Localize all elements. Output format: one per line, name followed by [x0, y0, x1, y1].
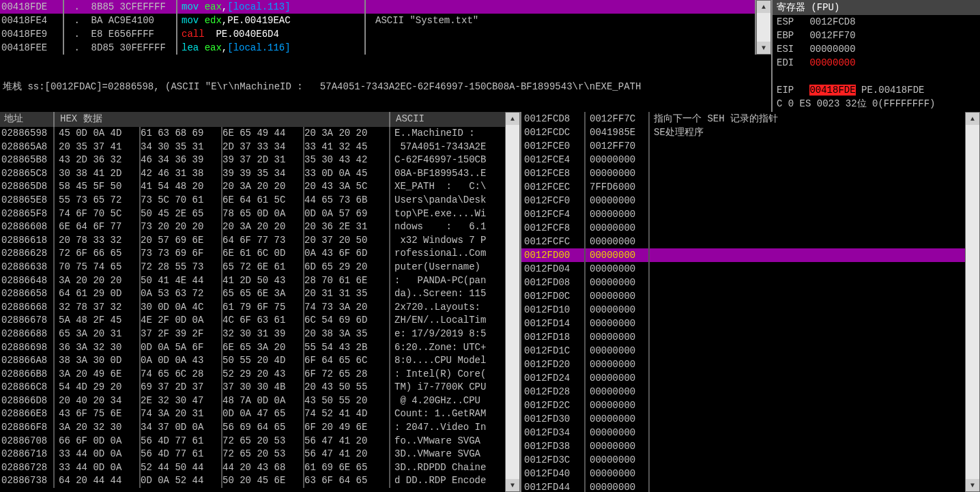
hex-row[interactable]: 028866E843 6F 75 6E 74 3A 20 31 0D 0A 47… — [0, 407, 520, 421]
stack-value: 0041985E — [586, 126, 650, 139]
stack-comment — [650, 276, 980, 289]
scroll-track[interactable] — [506, 125, 519, 479]
hex-row[interactable]: 0288663870 75 74 65 72 28 55 73 65 72 6E… — [0, 261, 520, 274]
stack-row[interactable]: 0012FCEC7FFD6000 — [521, 180, 980, 194]
scroll-up-icon[interactable]: ▲ — [757, 1, 770, 13]
hex-row[interactable]: 028865D858 45 5F 50 41 54 48 20 20 3A 20… — [0, 180, 520, 194]
scroll-track[interactable] — [757, 13, 770, 42]
hex-row[interactable]: 0288661820 78 33 32 20 57 69 6E 64 6F 77… — [0, 234, 520, 248]
hex-dump-pane[interactable]: 地址 HEX 数据 ASCII 0288659845 0D 0A 4D 61 6… — [0, 112, 520, 492]
stack-comment — [650, 153, 980, 167]
scroll-track[interactable] — [966, 125, 979, 479]
stack-row[interactable]: 0012FD1000000000 — [521, 303, 980, 317]
stack-row[interactable]: 0012FD0000000000 — [521, 248, 980, 262]
hex-row[interactable]: 028866483A 20 20 20 50 41 4E 44 41 2D 50… — [0, 274, 520, 288]
stack-row[interactable]: 0012FCF400000000 — [521, 207, 980, 221]
scroll-down-icon[interactable]: ▼ — [966, 479, 979, 491]
stack-row[interactable]: 0012FD3400000000 — [521, 426, 980, 439]
hex-row[interactable]: 028866A838 3A 30 0D 0A 0D 0A 43 50 55 20… — [0, 354, 520, 368]
stack-row[interactable]: 0012FD4000000000 — [521, 467, 980, 480]
hex-row[interactable]: 028865B843 2D 36 32 46 34 36 39 39 37 2D… — [0, 154, 520, 167]
register-line[interactable] — [773, 70, 980, 83]
hex-row[interactable]: 028866C854 4D 29 20 69 37 2D 37 37 30 30… — [0, 381, 520, 394]
hex-scrollbar[interactable]: ▲ ▼ — [505, 112, 520, 492]
disasm-row[interactable]: 00418FE9 . E8 E656FFFFcall PE.0040E6D4 — [0, 27, 755, 41]
register-line[interactable]: EIP 00418FDE PE.00418FDE — [773, 83, 980, 97]
stack-row[interactable]: 0012FD3800000000 — [521, 439, 980, 453]
stack-row[interactable]: 0012FD2400000000 — [521, 371, 980, 385]
disassembly-pane[interactable]: 00418FDE . 8B85 3CFEFFFFmov eax,[local.1… — [0, 0, 756, 55]
stack-row[interactable]: 0012FD1400000000 — [521, 317, 980, 330]
hex-row[interactable]: 0288672833 44 0D 0A 52 44 50 44 44 20 43… — [0, 461, 520, 475]
hex-row[interactable]: 0288662872 6F 66 65 73 73 69 6F 6E 61 6C… — [0, 247, 520, 261]
hex-row[interactable]: 028865A820 35 37 41 34 30 35 31 2D 37 33… — [0, 141, 520, 154]
stack-row[interactable]: 0012FD1800000000 — [521, 330, 980, 344]
stack-row[interactable]: 0012FCFC00000000 — [521, 235, 980, 248]
disasm-instruction: lea eax,[local.116] — [177, 41, 366, 55]
scroll-up-icon[interactable]: ▲ — [966, 113, 979, 125]
scroll-down-icon[interactable]: ▼ — [757, 42, 770, 54]
stack-value: 7FFD6000 — [586, 180, 650, 194]
stack-row[interactable]: 0012FD0800000000 — [521, 276, 980, 289]
hex-ascii: e: 17/9/2019 8:5 — [390, 328, 520, 341]
register-line[interactable]: EDI 00000000 — [773, 56, 980, 70]
hex-row[interactable]: 028866086E 64 6F 77 73 20 20 20 20 3A 20… — [0, 220, 520, 234]
stack-address: 0012FD04 — [521, 262, 586, 276]
stack-row[interactable]: 0012FD4400000000 — [521, 480, 980, 492]
stack-comment — [650, 330, 980, 344]
hex-bytes: 38 3A 30 0D 0A 0D 0A 43 50 55 20 4D 6F 6… — [55, 354, 390, 368]
stack-address: 0012FD18 — [521, 330, 586, 344]
hex-address: 028866D8 — [0, 394, 55, 408]
stack-row[interactable]: 0012FCF800000000 — [521, 221, 980, 235]
hex-bytes: 43 6F 75 6E 74 3A 20 31 0D 0A 47 65 74 5… — [55, 407, 390, 421]
stack-row[interactable]: 0012FD3000000000 — [521, 412, 980, 426]
hex-row[interactable]: 028866785A 48 2F 45 4E 2F 0D 0A 4C 6F 63… — [0, 314, 520, 328]
register-line[interactable]: ESP 0012FCD8 — [773, 15, 980, 29]
stack-row[interactable]: 0012FD3C00000000 — [521, 453, 980, 467]
stack-row[interactable]: 0012FCD80012FF7C指向下一个 SEH 记录的指针 — [521, 112, 980, 126]
disasm-row[interactable]: 00418FE4 . BA AC9E4100mov edx,PE.00419EA… — [0, 14, 755, 27]
stack-row[interactable]: 0012FD0C00000000 — [521, 289, 980, 303]
hex-row[interactable]: 028865C830 38 41 2D 42 46 31 38 39 39 35… — [0, 167, 520, 181]
stack-scrollbar[interactable]: ▲ ▼ — [965, 112, 980, 492]
stack-row[interactable]: 0012FD1C00000000 — [521, 344, 980, 358]
stack-value: 00000000 — [586, 371, 650, 385]
hex-row[interactable]: 0288666832 78 37 32 30 0D 0A 4C 61 79 6F… — [0, 301, 520, 315]
stack-row[interactable]: 0012FD0400000000 — [521, 262, 980, 276]
hex-row[interactable]: 028866F83A 20 32 30 34 37 0D 0A 56 69 64… — [0, 421, 520, 435]
stack-row[interactable]: 0012FCF000000000 — [521, 194, 980, 207]
stack-row[interactable]: 0012FD2000000000 — [521, 358, 980, 371]
hex-address: 02886708 — [0, 435, 55, 448]
hex-row[interactable]: 0288659845 0D 0A 4D 61 63 68 69 6E 65 49… — [0, 127, 520, 141]
hex-row[interactable]: 0288670866 6F 0D 0A 56 4D 77 61 72 65 20… — [0, 435, 520, 448]
hex-row[interactable]: 028865F874 6F 70 5C 50 45 2E 65 78 65 0D… — [0, 207, 520, 221]
hex-ascii: ndows : 6.1 — [390, 220, 520, 234]
stack-row[interactable]: 0012FCE00012FF70 — [521, 139, 980, 153]
scroll-up-icon[interactable]: ▲ — [506, 113, 519, 125]
scroll-down-icon[interactable]: ▼ — [506, 479, 519, 491]
disasm-row[interactable]: 00418FDE . 8B85 3CFEFFFFmov eax,[local.1… — [0, 0, 755, 14]
stack-pane[interactable]: 0012FCD80012FF7C指向下一个 SEH 记录的指针0012FCDC0… — [520, 112, 980, 492]
stack-row[interactable]: 0012FD2C00000000 — [521, 399, 980, 412]
register-line[interactable]: EBP 0012FF70 — [773, 29, 980, 42]
disasm-scrollbar[interactable]: ▲ ▼ — [756, 0, 771, 55]
hex-row[interactable]: 0288669836 3A 32 30 0D 0A 5A 6F 6E 65 3A… — [0, 341, 520, 355]
registers-pane[interactable]: 寄存器 (FPU) ESP 0012FCD8EBP 0012FF70ESI 00… — [771, 0, 980, 112]
stack-value: 0012FF7C — [586, 112, 650, 126]
stack-row[interactable]: 0012FCDC0041985ESE处理程序 — [521, 126, 980, 139]
stack-value: 00000000 — [586, 289, 650, 303]
hex-row[interactable]: 0288673864 20 44 44 0D 0A 52 44 50 20 45… — [0, 474, 520, 488]
disasm-row[interactable]: 00418FEE . 8D85 30FEFFFFlea eax,[local.1… — [0, 41, 755, 55]
hex-row[interactable]: 0288668865 3A 20 31 37 2F 39 2F 32 30 31… — [0, 328, 520, 341]
register-line[interactable]: ESI 00000000 — [773, 42, 980, 56]
hex-row[interactable]: 0288665864 61 29 0D 0A 53 63 72 65 65 6E… — [0, 287, 520, 301]
hex-row[interactable]: 0288671833 44 0D 0A 56 4D 77 61 72 65 20… — [0, 448, 520, 461]
hex-row[interactable]: 028866B83A 20 49 6E 74 65 6C 28 52 29 20… — [0, 368, 520, 381]
stack-row[interactable]: 0012FCE400000000 — [521, 153, 980, 167]
hex-row[interactable]: 028865E855 73 65 72 73 5C 70 61 6E 64 61… — [0, 194, 520, 207]
stack-row[interactable]: 0012FCE800000000 — [521, 167, 980, 180]
hex-ascii: x32 Windows 7 P — [390, 234, 520, 248]
stack-comment — [650, 317, 980, 330]
hex-row[interactable]: 028866D820 40 20 34 2E 32 30 47 48 7A 0D… — [0, 394, 520, 408]
stack-row[interactable]: 0012FD2800000000 — [521, 385, 980, 399]
